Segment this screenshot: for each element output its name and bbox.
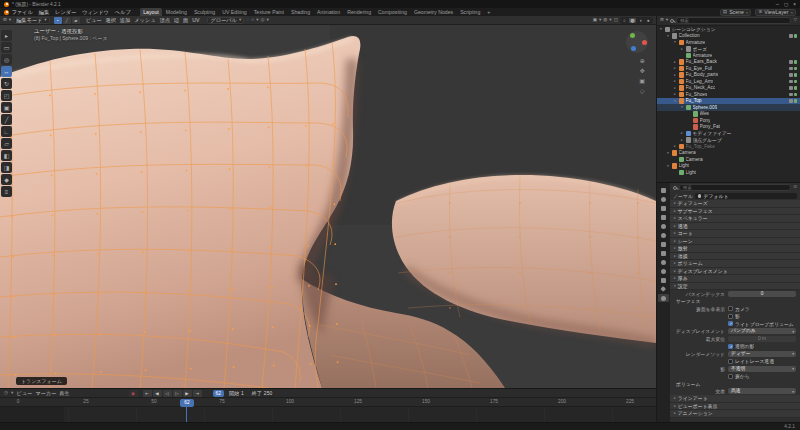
transform-orientation-dropdown[interactable]: グローバル ▾ bbox=[207, 17, 244, 24]
properties-tab-view-layer[interactable] bbox=[658, 213, 669, 221]
panel-header[interactable]: 放射 bbox=[670, 245, 800, 253]
transport-button-jump-to-next-keyframe[interactable]: ▶ bbox=[183, 390, 192, 397]
gizmos-icon[interactable]: ▣ bbox=[593, 18, 597, 23]
overlays-icon[interactable]: ◍ bbox=[603, 18, 607, 23]
value-field[interactable]: バンプのみ bbox=[728, 328, 796, 334]
tool-annotate[interactable]: ╱ bbox=[1, 114, 12, 125]
modifier-wrench-icon[interactable] bbox=[789, 86, 793, 90]
perspective-toggle-icon[interactable]: ◇ bbox=[639, 87, 645, 94]
modifier-wrench-icon[interactable] bbox=[789, 99, 793, 103]
frame-end-field[interactable]: 終了 250 bbox=[249, 390, 275, 397]
panel-header[interactable]: ボリューム bbox=[670, 260, 800, 268]
transport-button-jump-to-start[interactable]: ⇤ bbox=[143, 390, 152, 397]
axis-x-icon[interactable] bbox=[642, 40, 647, 45]
workspace-tab[interactable]: Modeling bbox=[163, 8, 190, 16]
expand-arrow-icon[interactable]: ▾ bbox=[680, 105, 684, 109]
editor-type-icon[interactable]: ⊞ bbox=[3, 18, 7, 23]
checkbox[interactable] bbox=[728, 359, 733, 364]
view-layer-selector[interactable]: ≣ ViewLayer × bbox=[755, 9, 796, 16]
tool-move[interactable]: ↔ bbox=[1, 66, 12, 77]
expand-arrow-icon[interactable]: ▾ bbox=[673, 99, 677, 103]
viewport-menu-item[interactable]: 頂点 bbox=[157, 17, 171, 24]
workspace-tab[interactable]: Rendering bbox=[344, 8, 374, 16]
workspace-tab[interactable]: Layout bbox=[140, 8, 162, 16]
face-select-button[interactable]: ▰ bbox=[72, 17, 80, 24]
tool-transform[interactable]: ▣ bbox=[1, 102, 12, 113]
expand-arrow-icon[interactable]: ▸ bbox=[673, 144, 677, 148]
panel-header[interactable]: コート bbox=[670, 230, 800, 238]
expand-arrow-icon[interactable]: ▸ bbox=[680, 47, 684, 51]
mesh-data-icon[interactable] bbox=[794, 67, 798, 71]
filter-icon[interactable]: ▽ bbox=[793, 18, 797, 23]
material-shading-icon[interactable]: ◑ bbox=[637, 18, 644, 23]
material-name-field[interactable]: デフォルト bbox=[695, 193, 797, 200]
panel-header[interactable]: 薄膜 bbox=[670, 253, 800, 261]
mesh-data-icon[interactable] bbox=[794, 99, 798, 103]
checkbox[interactable] bbox=[728, 374, 733, 379]
scene-unlink-icon[interactable]: × bbox=[746, 10, 749, 15]
properties-tab-tool[interactable] bbox=[658, 186, 669, 194]
maximize-button[interactable]: ▢ bbox=[784, 2, 788, 7]
viewport-menu-item[interactable]: メッシュ bbox=[132, 17, 157, 24]
mesh-data-icon[interactable] bbox=[794, 34, 798, 38]
properties-tab-object-data[interactable] bbox=[658, 285, 669, 293]
navigation-gizmo[interactable] bbox=[626, 31, 648, 53]
properties-tab-world[interactable] bbox=[658, 231, 669, 239]
expand-arrow-icon[interactable]: ▸ bbox=[673, 79, 677, 83]
properties-tab-modifiers[interactable] bbox=[658, 249, 669, 257]
menu-item[interactable]: レンダー bbox=[53, 9, 79, 16]
playhead[interactable]: 62 bbox=[180, 399, 194, 407]
tool-loop-cut[interactable]: ≡ bbox=[1, 186, 12, 197]
tool-extrude[interactable]: ◧ bbox=[1, 150, 12, 161]
viewport-menu-item[interactable]: 面 bbox=[181, 17, 190, 24]
properties-tab-particles[interactable] bbox=[658, 258, 669, 266]
zoom-icon[interactable]: ⊕ bbox=[639, 57, 645, 64]
expand-arrow-icon[interactable]: ▾ bbox=[666, 151, 670, 155]
workspace-tab[interactable]: UV Editing bbox=[219, 8, 250, 16]
panel-header[interactable]: ビューポート表示 bbox=[670, 403, 800, 411]
settings-panel-header[interactable]: 設定 bbox=[670, 283, 800, 291]
tool-cursor[interactable]: ◎ bbox=[1, 54, 12, 65]
proportional-edit-icon[interactable]: ◎ bbox=[261, 18, 265, 23]
value-field[interactable]: 高速 bbox=[728, 388, 796, 394]
overlays-chevron-icon[interactable]: ▾ bbox=[609, 18, 611, 23]
expand-arrow-icon[interactable]: ▸ bbox=[673, 60, 677, 64]
workspace-tab[interactable]: Shading bbox=[288, 8, 313, 16]
proportional-falloff-chevron-icon[interactable]: ▾ bbox=[267, 18, 269, 23]
menu-item[interactable]: ウィンドウ bbox=[80, 9, 112, 16]
checkbox[interactable] bbox=[728, 306, 733, 311]
properties-tab-constraints[interactable] bbox=[658, 276, 669, 284]
value-field[interactable]: ディザー bbox=[728, 351, 796, 357]
xray-toggle-icon[interactable]: ◫ bbox=[614, 18, 618, 23]
edge-select-button[interactable]: ╱ bbox=[63, 17, 71, 24]
mesh-data-icon[interactable] bbox=[794, 60, 798, 64]
snap-magnet-icon[interactable]: ∩ bbox=[251, 18, 254, 23]
modifier-wrench-icon[interactable] bbox=[789, 60, 793, 64]
expand-arrow-icon[interactable]: ▾ bbox=[673, 40, 677, 44]
mesh-data-icon[interactable] bbox=[794, 86, 798, 90]
tool-tweak[interactable]: ▸ bbox=[1, 30, 12, 41]
panel-header[interactable]: 厚み bbox=[670, 275, 800, 283]
vertex-select-button[interactable]: • bbox=[54, 17, 62, 24]
close-button[interactable]: × bbox=[793, 2, 796, 7]
modifier-wrench-icon[interactable] bbox=[789, 80, 793, 84]
viewport-menu-item[interactable]: 選択 bbox=[103, 17, 117, 24]
workspace-tab[interactable]: Scripting bbox=[457, 8, 483, 16]
panel-header[interactable]: スペキュラー bbox=[670, 215, 800, 223]
transport-button-play[interactable]: ▷ bbox=[173, 390, 182, 397]
outliner-search-input[interactable] bbox=[676, 17, 791, 24]
blender-menu-icon[interactable] bbox=[4, 10, 9, 15]
3d-viewport[interactable]: ▸▭◎↔↻◰▣╱∟▱◧◨◆≡ ユーザー・透視投影 (8) Fu_Top | Sp… bbox=[0, 25, 656, 388]
transport-button-jump-to-end[interactable]: ⇥ bbox=[193, 390, 202, 397]
camera-view-icon[interactable]: ▣ bbox=[639, 77, 645, 84]
expand-arrow-icon[interactable]: ▸ bbox=[680, 138, 684, 142]
gizmos-chevron-icon[interactable]: ▾ bbox=[599, 18, 601, 23]
viewport-menu-item[interactable]: UV bbox=[190, 17, 201, 24]
panel-header[interactable]: シーン bbox=[670, 238, 800, 246]
modifier-wrench-icon[interactable] bbox=[789, 34, 793, 38]
workspace-tab[interactable]: + bbox=[484, 8, 493, 16]
timeline-menu-item[interactable]: 再生 bbox=[59, 390, 69, 397]
tool-measure[interactable]: ∟ bbox=[1, 126, 12, 137]
timeline-editor-icon[interactable]: ◷ bbox=[4, 391, 8, 396]
editor-type-chevron-icon[interactable]: ▾ bbox=[9, 18, 11, 23]
